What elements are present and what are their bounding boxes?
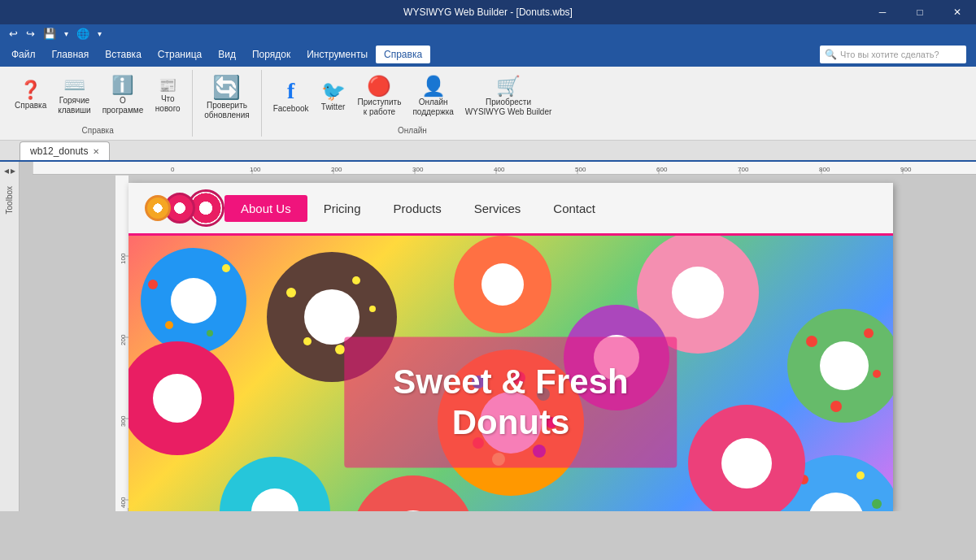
menu-insert[interactable]: Вставка [97, 46, 150, 63]
menu-order[interactable]: Порядок [244, 46, 298, 63]
get-started-button[interactable]: 🔴 Приступитьк работе [353, 73, 407, 120]
svg-point-42 [352, 276, 360, 284]
hotkeys-label: Горячиеклавиши [58, 96, 90, 115]
qa-globe-dropdown[interactable]: ▾ [95, 29, 104, 38]
ruler-top: 0 100 200 300 400 500 600 700 800 900 [33, 162, 976, 175]
minimize-button[interactable]: ─ [864, 0, 901, 24]
quick-access-bar: ↩ ↪ 💾 ▾ 🌐 ▾ [0, 24, 976, 42]
check-updates-label: Проверитьобновления [204, 101, 249, 120]
svg-point-62 [830, 401, 842, 412]
help-group-label: Справка [82, 126, 114, 135]
svg-text:300: 300 [120, 415, 127, 427]
svg-text:700: 700 [738, 166, 749, 173]
about-button[interactable]: ℹ️ Опрограмме [98, 73, 149, 119]
menu-page[interactable]: Страница [150, 46, 210, 63]
twitter-icon: 🐦 [321, 81, 346, 101]
svg-point-67 [872, 499, 882, 509]
twitter-label: Twitter [321, 102, 345, 112]
document-tab[interactable]: wb12_donuts ✕ [20, 141, 110, 160]
nav-services[interactable]: Services [458, 195, 538, 222]
hero-title-line2: Donuts [452, 403, 570, 441]
svg-point-36 [165, 321, 173, 329]
toolbar-group-help: ❓ Справка ⌨️ Горячиеклавиши ℹ️ Опрограмм… [7, 70, 193, 137]
whats-new-button[interactable]: 📰 Чтонового [150, 75, 185, 117]
site-logo [145, 189, 224, 227]
hotkeys-button[interactable]: ⌨️ Горячиеклавиши [53, 73, 95, 119]
menu-home[interactable]: Главная [44, 46, 98, 63]
svg-text:800: 800 [819, 166, 830, 173]
tab-label: wb12_donuts [30, 145, 88, 157]
update-buttons-row: 🔄 Проверитьобновления [199, 70, 254, 137]
about-label: Опрограмме [102, 96, 144, 115]
menu-search-placeholder: Что вы хотите сделать? [840, 50, 939, 59]
menu-search-box[interactable]: 🔍 Что вы хотите сделать? [820, 46, 966, 63]
online-buttons-row: f Facebook 🐦 Twitter 🔴 Приступитьк работ… [268, 70, 557, 133]
nav-contact[interactable]: Contact [537, 195, 612, 222]
help-button[interactable]: ❓ Справка [10, 78, 51, 114]
menu-tools[interactable]: Инструменты [298, 46, 376, 63]
svg-point-34 [222, 264, 230, 272]
svg-point-81 [721, 438, 772, 488]
toolbox-panel: ◂ ▸ Toolbox [0, 162, 20, 511]
toolbox-arrow-left: ◂ [4, 165, 9, 176]
site-nav: About Us Pricing Products Services Conta… [129, 183, 893, 236]
tab-close-button[interactable]: ✕ [93, 147, 99, 156]
toolbox-toggle[interactable]: ◂ ▸ [2, 162, 17, 180]
facebook-icon: f [287, 80, 294, 102]
hero-title: Sweet & Fresh Donuts [393, 362, 628, 444]
facebook-button[interactable]: f Facebook [268, 76, 314, 117]
svg-text:0: 0 [171, 166, 175, 173]
qa-save[interactable]: 💾 [41, 28, 59, 40]
qa-dropdown[interactable]: ▾ [62, 29, 71, 38]
menu-view[interactable]: Вид [210, 46, 244, 63]
check-updates-button[interactable]: 🔄 Проверитьобновления [199, 73, 254, 124]
nav-products[interactable]: Products [377, 195, 458, 222]
svg-point-38 [153, 374, 202, 423]
svg-text:400: 400 [120, 497, 127, 508]
support-button[interactable]: 👤 Онлайнподдержка [407, 73, 458, 120]
svg-text:200: 200 [331, 166, 342, 173]
svg-text:200: 200 [120, 334, 127, 345]
canvas-scroll: 100 200 300 400 [33, 175, 976, 511]
buy-button[interactable]: 🛒 ПриобрестиWYSIWYG Web Builder [460, 73, 557, 120]
toolbar: ❓ Справка ⌨️ Горячиеклавиши ℹ️ Опрограмм… [0, 67, 976, 141]
hero-section: Sweet & Fresh Donuts [129, 236, 893, 511]
menu-help[interactable]: Справка [376, 46, 430, 63]
svg-text:400: 400 [494, 166, 505, 173]
close-button[interactable]: ✕ [939, 0, 976, 24]
menu-file[interactable]: Файл [3, 46, 44, 63]
update-icon: 🔄 [212, 76, 241, 99]
canvas-container: 0 100 200 300 400 500 600 700 800 900 [20, 162, 976, 511]
whats-new-label: Чтонового [155, 94, 181, 114]
svg-text:100: 100 [250, 166, 261, 173]
toolbox-label-text: Toolbox [5, 186, 14, 214]
get-started-icon: 🔴 [367, 76, 391, 96]
svg-point-79 [481, 263, 524, 306]
svg-point-61 [873, 370, 881, 378]
svg-text:100: 100 [120, 253, 127, 264]
twitter-button[interactable]: 🐦 Twitter [316, 78, 351, 115]
buy-label: ПриобрестиWYSIWYG Web Builder [465, 98, 552, 117]
website-page: About Us Pricing Products Services Conta… [129, 183, 893, 511]
svg-point-58 [820, 341, 869, 390]
help-icon: ❓ [20, 81, 41, 99]
facebook-label: Facebook [273, 104, 309, 114]
window-controls: ─ □ ✕ [864, 0, 976, 24]
svg-text:500: 500 [575, 166, 586, 173]
nav-pricing[interactable]: Pricing [307, 195, 377, 222]
search-icon: 🔍 [825, 49, 837, 60]
svg-point-59 [806, 336, 817, 347]
hotkeys-icon: ⌨️ [63, 76, 85, 94]
help-label: Справка [15, 101, 46, 111]
nav-about[interactable]: About Us [224, 195, 307, 222]
qa-undo[interactable]: ↩ [7, 28, 20, 40]
qa-redo[interactable]: ↪ [24, 28, 37, 40]
menu-bar: Файл Главная Вставка Страница Вид Порядо… [0, 42, 976, 67]
maximize-button[interactable]: □ [901, 0, 939, 24]
about-icon: ℹ️ [111, 76, 133, 94]
get-started-label: Приступитьк работе [358, 98, 402, 117]
logo-donut-1 [145, 195, 171, 221]
svg-point-33 [148, 280, 158, 289]
qa-globe[interactable]: 🌐 [74, 28, 92, 40]
hero-text-overlay: Sweet & Fresh Donuts [344, 337, 677, 468]
